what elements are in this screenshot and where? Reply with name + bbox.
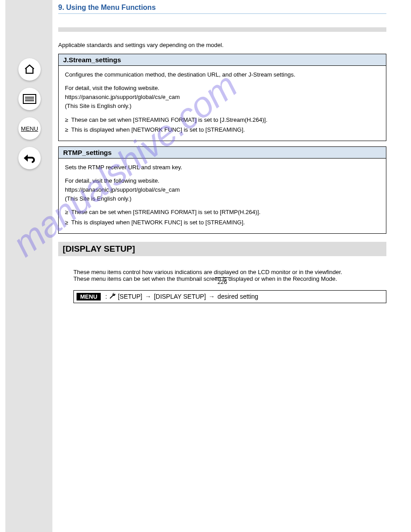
section-title: Using the Menu Functions xyxy=(66,4,156,11)
rtmp-url[interactable]: https://panasonic.jp/support/global/cs/e… xyxy=(65,185,380,194)
arrow-2: → xyxy=(209,293,215,300)
back-icon xyxy=(23,153,36,163)
rtmp-desc: Sets the RTMP receiver URL and stream ke… xyxy=(65,163,380,172)
sidebar: MENU xyxy=(5,0,52,532)
arrow-1: → xyxy=(145,293,151,300)
menu-desired: desired setting xyxy=(218,293,258,300)
content-area: 9. Using the Menu Functions Applicable s… xyxy=(58,0,386,303)
menu-setup: [SETUP] xyxy=(118,293,142,300)
display-setup-heading: [DISPLAY SETUP] xyxy=(58,242,386,256)
jstream-desc: Configures the communication method, the… xyxy=(65,70,380,79)
home-button[interactable] xyxy=(18,58,41,81)
menu-colon: : xyxy=(105,293,107,300)
rtmp-bullets: ≥These can be set when [STREAMING FORMAT… xyxy=(65,208,380,227)
rtmp-hint: For detail, visit the following website. xyxy=(65,176,380,185)
jstream-box: J.Stream_settings Configures the communi… xyxy=(58,54,386,141)
intro-text: Applicable standards and settings vary d… xyxy=(58,42,386,48)
rtmp-bullet-2: This is displayed when [NETWORK FUNC] is… xyxy=(71,218,245,227)
rtmp-note: (This Site is English only.) xyxy=(65,194,380,203)
list-button[interactable] xyxy=(18,88,41,110)
wrench-icon xyxy=(109,292,116,301)
menu-tag: MENU xyxy=(77,293,101,300)
header-rule xyxy=(58,13,386,14)
jstream-note: (This Site is English only.) xyxy=(65,102,380,111)
rtmp-bullet-1: These can be set when [STREAMING FORMAT]… xyxy=(71,208,261,217)
rtmp-body: Sets the RTMP receiver URL and stream ke… xyxy=(59,159,386,233)
list-icon xyxy=(23,94,36,104)
display-subsection: These menu items control how various ind… xyxy=(73,269,386,303)
page-number: 226 xyxy=(58,277,386,285)
back-button[interactable] xyxy=(18,147,41,169)
section-number: 9. xyxy=(58,4,64,11)
home-icon xyxy=(24,64,35,75)
jstream-bullets: ≥These can be set when [STREAMING FORMAT… xyxy=(65,116,380,134)
jstream-body: Configures the communication method, the… xyxy=(59,66,386,141)
jstream-hint: For detail, visit the following website. xyxy=(65,84,380,93)
menu-path-bar: MENU : [SETUP] → [DISPLAY SETUP] → desir… xyxy=(73,290,386,303)
menu-button-label: MENU xyxy=(21,125,38,132)
gray-band-top xyxy=(58,27,386,32)
rtmp-box: RTMP_settings Sets the RTMP receiver URL… xyxy=(58,146,386,234)
page-section-header: 9. Using the Menu Functions xyxy=(58,0,386,12)
jstream-title: J.Stream_settings xyxy=(59,54,386,66)
menu-display-setup: [DISPLAY SETUP] xyxy=(154,293,206,300)
rtmp-title: RTMP_settings xyxy=(59,147,386,159)
jstream-bullet-1: These can be set when [STREAMING FORMAT]… xyxy=(71,116,267,124)
jstream-bullet-2: This is displayed when [NETWORK FUNC] is… xyxy=(71,125,245,134)
menu-button[interactable]: MENU xyxy=(18,117,41,140)
jstream-url[interactable]: https://panasonic.jp/support/global/cs/e… xyxy=(65,93,380,102)
